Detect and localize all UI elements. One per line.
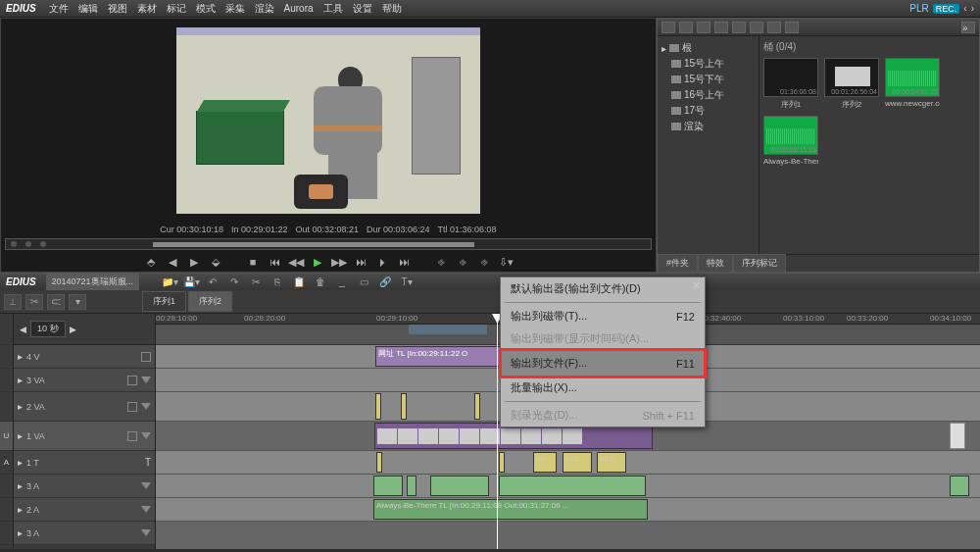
tl-open-icon[interactable]: 📁▾ [161,276,178,289]
bin-clip[interactable]: 00:01:26:56:04序列2 [824,58,879,110]
new-icon[interactable] [679,22,693,33]
chevron-left-icon[interactable]: ‹ [963,3,966,14]
expand-icon[interactable]: » [961,22,975,33]
bin-clip[interactable]: 01:36:06:08序列1 [763,58,818,110]
track-header[interactable]: ▸1 VA [14,422,155,451]
menu-batch-output[interactable]: 批量输出(X)... [501,376,705,399]
track-lane-1t[interactable]: 01... 012... 012... [156,451,980,475]
search-icon[interactable] [697,22,710,33]
tl-del-icon[interactable]: 🗑 [312,276,329,289]
clip-audio[interactable] [499,476,646,496]
track-a-icon[interactable] [0,522,13,545]
track-lane-2a[interactable]: Always-Be-There TL [In:00:29:11:08 Out:0… [156,498,980,522]
clip-marker[interactable] [401,393,407,420]
menu-settings[interactable]: 设置 [348,2,377,16]
menu-file[interactable]: 文件 [44,2,74,16]
paste-icon[interactable] [767,22,781,33]
end-icon[interactable]: ⏭ [395,254,413,270]
ffwd-icon[interactable]: ⏭ [352,254,369,270]
track-header[interactable]: ▸3 A [14,522,155,545]
bin-clip[interactable]: 00:00:04:01:23www.newcger.com [885,58,940,110]
mark-in2-icon[interactable]: ◀ [164,254,181,270]
folder-icon[interactable] [662,22,675,33]
tl-link-icon[interactable]: 🔗 [376,276,394,289]
bin-clip[interactable]: 00:00:02:15:23Always-Be-There [763,116,818,166]
clip-audio[interactable] [950,476,969,496]
track-a-icon[interactable] [0,475,13,498]
tool3-icon[interactable]: ⎆ [475,254,493,270]
track-v-icon[interactable] [0,392,13,422]
rewind-icon[interactable]: ⏮ [266,254,283,270]
close-icon[interactable]: ✕ [692,279,701,292]
tree-root[interactable]: ▸根 [660,40,757,56]
menu-capture[interactable]: 采集 [220,2,250,16]
tl-save-icon[interactable]: 💾▾ [182,276,200,289]
tl-paste-icon[interactable]: 📋 [290,276,308,289]
tree-folder[interactable]: 15号下午 [660,72,757,87]
tl-group-icon[interactable]: ▭ [355,276,372,289]
track-header[interactable]: ▸4 V [14,345,155,369]
clip-title[interactable] [376,452,382,473]
play-icon[interactable]: ▶ [309,254,326,270]
tree-folder[interactable]: 17号 [660,103,757,119]
menu-clip[interactable]: 素材 [132,2,162,16]
tl-cut-icon[interactable]: ✂ [247,276,265,289]
mark-in-icon[interactable]: ⬘ [142,254,160,270]
playhead[interactable] [497,314,498,549]
tool1-icon[interactable]: ⎆ [432,254,450,270]
track-header[interactable]: ▸2 VA [14,392,155,422]
cut-icon[interactable] [732,22,746,33]
tab-markers[interactable]: 序列标记 [733,254,786,273]
clip-audio-main[interactable]: Always-Be-There TL [In:00:29:11:08 Out:0… [373,499,648,520]
track-v-icon[interactable]: U [0,422,13,451]
clip-url[interactable]: 网址 TL [In:00:29:11:22 O [375,346,503,367]
mark-out2-icon[interactable]: ⬙ [207,254,224,270]
clip-title[interactable]: 01... [533,452,557,473]
menu-tools[interactable]: 工具 [318,2,348,16]
menu-aurora[interactable]: Aurora [279,3,318,14]
tab-folders[interactable]: #件夹 [658,254,698,273]
zoom-control[interactable]: ◀10 秒▶ [14,314,155,345]
menu-default-exporter[interactable]: 默认输出器(输出到文件)(D) [501,277,705,300]
export-dropdown-icon[interactable]: ⇩▾ [497,254,514,270]
menu-render[interactable]: 渲染 [250,2,279,16]
track-header[interactable]: ▸3 VA [14,369,155,392]
track-a-icon[interactable]: A [0,451,13,475]
copy-icon[interactable] [750,22,763,33]
project-name[interactable]: 20140721奥瑞斯服... [46,274,140,290]
menu-view[interactable]: 视图 [103,2,132,16]
clip-title[interactable] [499,452,505,473]
clip-marker[interactable] [375,393,381,420]
tree-folder[interactable]: 15号上午 [660,56,757,72]
clip-audio[interactable] [373,476,403,496]
mode-more-icon[interactable]: ▾ [69,294,86,310]
delete-icon[interactable] [785,22,799,33]
tab-effects[interactable]: 特效 [698,254,733,273]
track-header[interactable]: ▸3 A [14,475,155,498]
loop-icon[interactable]: ⏵ [373,254,391,270]
tl-redo-icon[interactable]: ↷ [225,276,243,289]
clip-title[interactable]: 012... [563,452,592,473]
track-v-icon[interactable] [0,345,13,369]
chevron-right-icon[interactable]: › [971,3,974,14]
menu-output-file[interactable]: 输出到文件(F)...F11 [501,350,705,376]
mark-out-icon[interactable]: ▶ [185,254,203,270]
menu-marker[interactable]: 标记 [162,2,191,16]
track-a-icon[interactable] [0,498,13,522]
menu-mode[interactable]: 模式 [191,2,220,16]
tl-undo-icon[interactable]: ↶ [204,276,221,289]
menu-help[interactable]: 帮助 [377,2,407,16]
menu-output-tape[interactable]: 输出到磁带(T)...F12 [501,305,705,327]
tree-folder[interactable]: 渲染 [660,119,757,134]
mode-normal-icon[interactable]: ⟂ [4,294,22,310]
stop-icon[interactable]: ■ [244,254,262,270]
tl-copy-icon[interactable]: ⎘ [269,276,286,289]
next-frame-icon[interactable]: ▶▶ [330,254,348,270]
track-header[interactable]: ▸1 TT [14,451,155,475]
mode-multi-icon[interactable]: ⊂: [47,294,65,310]
tree-folder[interactable]: 16号上午 [660,87,757,103]
tl-split-icon[interactable]: ⎯ [333,276,351,289]
mode-trim-icon[interactable]: ✂ [25,294,43,310]
seq-tab-1[interactable]: 序列1 [142,291,186,312]
track-lane-3a[interactable] [156,475,980,498]
